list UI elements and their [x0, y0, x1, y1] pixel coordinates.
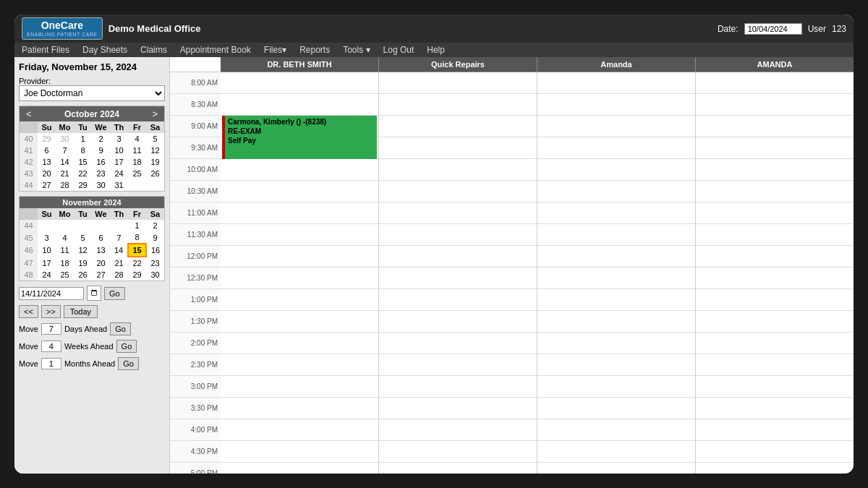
- slot-row[interactable]: [379, 181, 537, 202]
- slot-row[interactable]: [379, 267, 537, 289]
- oct-day-cell[interactable]: 3: [110, 133, 128, 145]
- nav-files[interactable]: Files▾: [264, 45, 286, 55]
- slot-row[interactable]: [696, 311, 854, 333]
- nov-day-cell[interactable]: [110, 220, 128, 231]
- nov-day-cell[interactable]: 10: [38, 244, 56, 257]
- slot-row[interactable]: [221, 202, 378, 224]
- nov-day-cell[interactable]: 18: [56, 257, 74, 269]
- nov-day-cell[interactable]: 21: [110, 257, 128, 269]
- nov-day-cell[interactable]: 25: [56, 269, 74, 281]
- date-go-button[interactable]: Go: [104, 287, 125, 300]
- slot-row[interactable]: [537, 181, 695, 202]
- slot-row[interactable]: [696, 181, 854, 202]
- oct-day-cell[interactable]: 14: [56, 156, 74, 168]
- oct-day-cell[interactable]: 16: [92, 156, 110, 168]
- slot-row[interactable]: [379, 246, 537, 267]
- oct-day-cell[interactable]: 6: [38, 145, 56, 156]
- nav-tools[interactable]: Tools ▾: [343, 45, 370, 55]
- oct-day-cell[interactable]: 8: [74, 145, 92, 156]
- nov-day-cell[interactable]: [92, 220, 110, 231]
- prev-prev-button[interactable]: <<: [19, 305, 38, 318]
- oct-day-cell[interactable]: 11: [128, 145, 146, 156]
- nav-claims[interactable]: Claims: [140, 45, 167, 55]
- nov-day-cell[interactable]: 1: [128, 220, 146, 231]
- slot-row[interactable]: [537, 463, 695, 474]
- oct-day-cell[interactable]: 30: [56, 133, 74, 145]
- slot-row[interactable]: [221, 72, 378, 94]
- slot-row[interactable]: [537, 354, 695, 376]
- slot-row[interactable]: [221, 289, 378, 311]
- slot-row[interactable]: [221, 441, 378, 463]
- nov-day-cell[interactable]: 16: [146, 244, 164, 257]
- oct-day-cell[interactable]: 28: [56, 179, 74, 191]
- slot-row[interactable]: [379, 376, 537, 398]
- slot-row[interactable]: [696, 419, 854, 441]
- slot-row[interactable]: [696, 246, 854, 267]
- nov-day-cell[interactable]: 13: [92, 244, 110, 257]
- slot-row[interactable]: [696, 398, 854, 419]
- oct-day-cell[interactable]: 25: [128, 168, 146, 179]
- nav-logout[interactable]: Log Out: [383, 45, 414, 55]
- oct-day-cell[interactable]: 4: [128, 133, 146, 145]
- slot-row[interactable]: [696, 116, 854, 137]
- slot-row[interactable]: [537, 311, 695, 333]
- slot-row[interactable]: [537, 441, 695, 463]
- nov-day-cell[interactable]: 27: [92, 269, 110, 281]
- nov-day-cell[interactable]: 8: [128, 231, 146, 244]
- nov-day-cell[interactable]: 17: [38, 257, 56, 269]
- nov-day-cell[interactable]: 15: [128, 244, 146, 257]
- provider-col-0[interactable]: Carmona, Kimberly () -(8238) RE-EXAM Sel…: [221, 72, 379, 474]
- slot-row[interactable]: [221, 398, 378, 419]
- nov-day-cell[interactable]: 9: [146, 231, 164, 244]
- slot-row[interactable]: [379, 137, 537, 159]
- slot-row[interactable]: [221, 311, 378, 333]
- nav-help[interactable]: Help: [427, 45, 445, 55]
- slot-row[interactable]: [537, 224, 695, 246]
- slot-row[interactable]: [379, 94, 537, 116]
- provider-select[interactable]: Joe Doctorman: [19, 85, 165, 101]
- today-button[interactable]: Today: [64, 305, 98, 318]
- oct-day-cell[interactable]: 18: [128, 156, 146, 168]
- oct-day-cell[interactable]: 7: [56, 145, 74, 156]
- oct-day-cell[interactable]: 21: [56, 168, 74, 179]
- move-months-input[interactable]: [41, 358, 61, 369]
- oct-prev-btn[interactable]: <: [24, 108, 34, 119]
- move-weeks-go[interactable]: Go: [116, 340, 137, 353]
- slot-row[interactable]: [537, 419, 695, 441]
- slot-row[interactable]: [537, 159, 695, 181]
- slot-row[interactable]: [379, 398, 537, 419]
- move-weeks-input[interactable]: [41, 341, 61, 352]
- slot-row[interactable]: [221, 354, 378, 376]
- slot-row[interactable]: [537, 289, 695, 311]
- slot-row[interactable]: [221, 224, 378, 246]
- nov-day-cell[interactable]: 5: [74, 231, 92, 244]
- slot-row[interactable]: [379, 441, 537, 463]
- slot-row[interactable]: [696, 463, 854, 474]
- move-days-go[interactable]: Go: [110, 322, 131, 335]
- nov-day-cell[interactable]: 20: [92, 257, 110, 269]
- appointment-block[interactable]: Carmona, Kimberly () -(8238) RE-EXAM Sel…: [222, 116, 377, 159]
- slot-row[interactable]: [537, 376, 695, 398]
- slot-row[interactable]: [221, 159, 378, 181]
- slot-row[interactable]: [696, 159, 854, 181]
- move-days-input[interactable]: [41, 323, 61, 335]
- nov-day-cell[interactable]: 24: [38, 269, 56, 281]
- oct-day-cell[interactable]: 19: [146, 156, 164, 168]
- oct-day-cell[interactable]: 1: [74, 133, 92, 145]
- provider-col-3[interactable]: [696, 72, 854, 474]
- slot-row[interactable]: [221, 94, 378, 116]
- oct-day-cell[interactable]: [128, 179, 146, 191]
- date-picker[interactable]: [87, 286, 101, 301]
- nov-day-cell[interactable]: 3: [38, 231, 56, 244]
- oct-day-cell[interactable]: 9: [92, 145, 110, 156]
- slot-row[interactable]: [379, 202, 537, 224]
- slot-row[interactable]: [696, 376, 854, 398]
- slot-row[interactable]: [379, 116, 537, 137]
- date-go-input[interactable]: [19, 287, 84, 300]
- nav-appointment-book[interactable]: Appointment Book: [180, 45, 251, 55]
- oct-day-cell[interactable]: 20: [38, 168, 56, 179]
- oct-day-cell[interactable]: 10: [110, 145, 128, 156]
- oct-day-cell[interactable]: 5: [146, 133, 164, 145]
- nov-day-cell[interactable]: 26: [74, 269, 92, 281]
- slot-row[interactable]: [379, 72, 537, 94]
